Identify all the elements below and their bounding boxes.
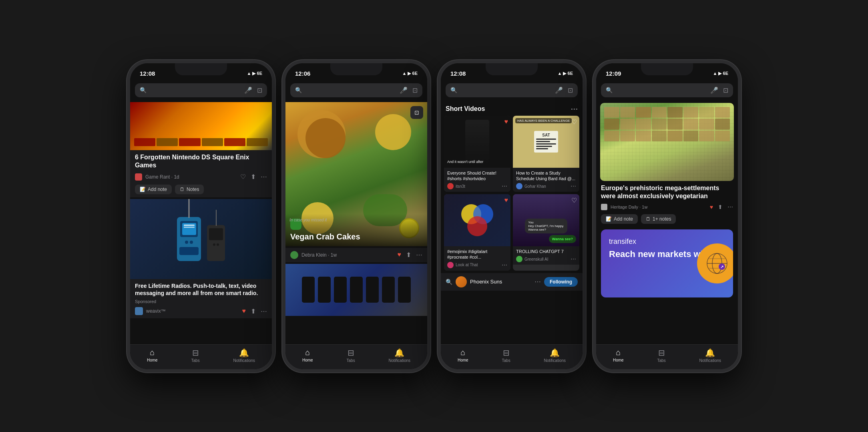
status-time-3: 12:08 [450,70,466,77]
heart-icon-v4[interactable]: ♡ [571,197,577,204]
notifications-tab-1[interactable]: 🔔 Notifications [233,348,255,363]
home-tab-2[interactable]: ⌂ Home [302,348,313,363]
heritage-more-4[interactable]: ⋯ [727,204,733,210]
channel-name-4: Greenskull AI [524,257,569,261]
add-note-btn-1[interactable]: 📝 Add note [135,185,172,194]
video-thumb-3 [444,194,510,246]
ad-share-1[interactable]: ⬆ [251,307,256,315]
channel-more-4[interactable]: ⋯ [571,256,576,262]
heritage-source-4: Heritage Daily · 1w [611,205,707,209]
has-been-challenge: HAS ALWAYS BEEN A CHALLENGE [515,118,572,123]
tabs-tab-3[interactable]: ⊟ Tabs [502,348,510,363]
food-badge-2: In case you missed it [289,218,327,222]
transifex-globe-4: ↗ [697,243,733,283]
notes-btn-1[interactable]: 🗒 Notes [175,185,204,194]
home-tab-3[interactable]: ⌂ Home [458,348,468,363]
heritage-add-note-btn-4[interactable]: 📝 Add note [601,214,638,224]
status-bar-2: 12:06 ▲ ▶ 6E [285,63,427,81]
tabs-tab-2[interactable]: ⊟ Tabs [347,348,355,363]
heart-icon-v3[interactable]: ♥ [504,197,508,204]
heritage-notes-row-4: 📝 Add note 🗒 1+ notes [596,212,738,227]
heart-icon-v2[interactable]: ♡ [571,118,577,126]
map-art [600,103,734,181]
camera-icon-2[interactable]: ⊡ [412,86,418,94]
heritage-source-avatar-4 [601,204,607,210]
video-channel-4: Greenskull AI ⋯ [516,256,576,262]
food-more-2[interactable]: ⋯ [416,251,422,259]
mic-icon-4[interactable]: 🎤 [710,86,718,94]
search-icon-1: 🔍 [140,87,147,93]
video-card-1[interactable]: And it wasn't until after ♥ Everyone Sho… [444,116,510,192]
video-card-3[interactable]: ♥ #emojimix #digitalart #procreate #col.… [444,194,510,271]
share-icon-1[interactable]: ⬆ [251,173,256,181]
video-thumb-2: SAT [513,116,579,168]
home-tab-1[interactable]: ⌂ Home [147,348,158,363]
search-bar-4[interactable]: 🔍 🎤 ⊡ [601,83,733,97]
heritage-share-4[interactable]: ⬆ [718,204,723,210]
content-1: 6 Forgotten Nintendo DS Square Enix Game… [130,100,272,344]
heritage-notes-btn-4[interactable]: 🗒 1+ notes [641,214,676,224]
more-icon-1[interactable]: ⋯ [261,173,267,181]
venn-diagram [461,204,493,236]
home-tab-4[interactable]: ⌂ Home [613,348,624,363]
heritage-heart-4[interactable]: ♥ [710,204,713,210]
channel-avatar-2 [516,183,522,189]
phone-2: 12:06 ▲ ▶ 6E 🔍 🎤 ⊡ [282,60,430,372]
mic-icon-1[interactable]: 🎤 [244,86,252,94]
home-icon-4: ⌂ [616,348,621,357]
like-icon-1[interactable]: ♡ [240,173,246,181]
notifications-tab-2[interactable]: 🔔 Notifications [389,348,410,363]
ad-heart-1[interactable]: ♥ [242,307,246,315]
channel-more-1[interactable]: ⋯ [502,183,507,189]
tabs-tab-1[interactable]: ⊟ Tabs [191,348,200,363]
follow-btn-3[interactable]: Following [544,277,578,287]
channel-more-3[interactable]: ⋯ [502,262,507,268]
search-icon-4: 🔍 [606,87,613,93]
channel-more-2[interactable]: ⋯ [571,183,576,189]
sports-avatar-3 [456,276,467,287]
heart-icon-v1[interactable]: ♥ [504,118,508,125]
status-time-1: 12:08 [140,70,155,77]
food-meta-2: Debra Klein · 1w ♥ ⬆ ⋯ [285,248,427,262]
article-card-1: 6 Forgotten Nintendo DS Square Enix Game… [130,102,272,198]
mic-icon-3[interactable]: 🎤 [555,86,563,94]
tabs-icon-1: ⊟ [192,348,199,358]
video-card-4[interactable]: YouHey ChatGPT, I'm happy.Wanna see? Wan… [513,194,579,271]
food-heart-2[interactable]: ♥ [398,251,402,259]
camera-icon-1[interactable]: ⊡ [257,86,262,94]
tabs-tab-4[interactable]: ⊟ Tabs [657,348,666,363]
camera-icon-3[interactable]: ⊡ [568,86,573,94]
mic-icon-2[interactable]: 🎤 [400,86,408,94]
notifications-tab-3[interactable]: 🔔 Notifications [544,348,566,363]
video-channel-3: Look at That ⋯ [447,262,507,268]
article-actions-1: ♡ ⬆ ⋯ [240,173,267,181]
search-bar-2[interactable]: 🔍 🎤 ⊡ [290,83,422,97]
svg-text:↗: ↗ [720,265,723,269]
ad-more-1[interactable]: ⋯ [261,307,267,315]
bell-icon-3: 🔔 [550,348,560,358]
sat-paper: SAT [534,131,558,153]
sports-more-3[interactable]: ⋯ [534,278,541,285]
channel-avatar-4 [516,256,522,262]
food-share-2[interactable]: ⬆ [406,251,411,259]
camera-icon-4[interactable]: ⊡ [723,86,728,94]
section-more-3[interactable]: ⋯ [571,104,578,113]
status-bar-1: 12:08 ▲ ▶ 6E [130,63,272,81]
channel-name-2: Gohar Khan [524,184,569,189]
video-title-2: How to Create a Study Schedule Using Bar… [516,170,576,182]
channel-avatar-1 [447,183,454,189]
video-card-2[interactable]: SAT ♡ HAS ALWAYS BEEN A CHALLENGE Ho [513,116,579,192]
videos-grid-3: And it wasn't until after ♥ Everyone Sho… [441,116,583,271]
team-card-2 [285,264,427,316]
more-btn-2[interactable]: ⊡ [410,106,423,119]
ad-title-1: Free Lifetime Radios. Push-to-talk, text… [130,279,272,298]
globe-svg: ↗ [705,251,729,275]
search-bar-1[interactable]: 🔍 🎤 ⊡ [135,83,267,97]
video-title-3: #emojimix #digitalart #procreate #col... [447,249,507,260]
search-bar-3[interactable]: 🔍 🎤 ⊡ [446,83,578,97]
source-avatar-1 [135,173,142,181]
transifex-brand-4: transifex [609,237,725,246]
notifications-tab-4[interactable]: 🔔 Notifications [699,348,721,363]
note-icon-1: 📝 [140,187,146,192]
bottom-bar-1: ⌂ Home ⊟ Tabs 🔔 Notifications [130,344,272,369]
